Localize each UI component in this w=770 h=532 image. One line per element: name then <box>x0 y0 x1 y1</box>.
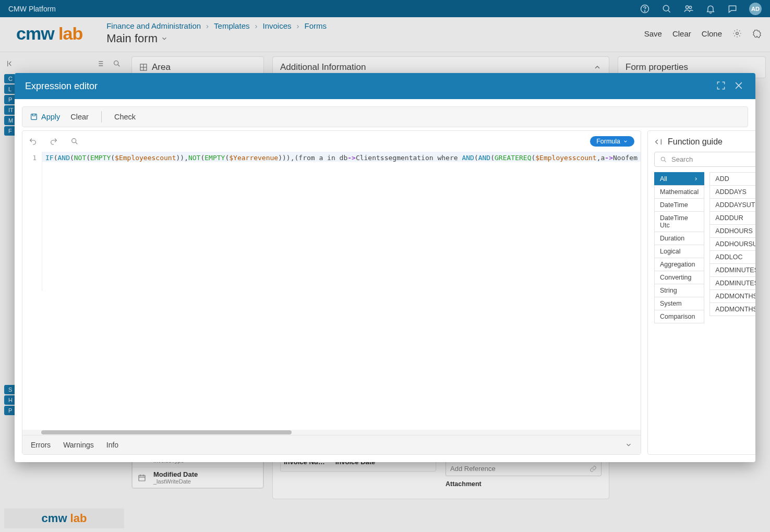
svg-point-10 <box>72 139 76 143</box>
category-list: AllMathematicalDateTimeDateTime UtcDurat… <box>654 172 704 448</box>
editor-pane: Formula 1 IF(AND(NOT(EMPTY($Employeescou… <box>22 130 641 455</box>
search-icon[interactable] <box>70 137 79 146</box>
info-tab[interactable]: Info <box>106 441 118 449</box>
function-guide-pane: Function guide Search AllMathematicalDat… <box>647 130 755 455</box>
category-item[interactable]: String <box>654 284 704 297</box>
function-list: ADDADDDAYSADDDAYSUTCADDDURADDHOURSADDHOU… <box>709 172 755 448</box>
help-icon[interactable] <box>640 4 650 14</box>
function-item[interactable]: ADDMONTHSUTC <box>709 303 755 316</box>
category-item[interactable]: System <box>654 297 704 310</box>
errors-tab[interactable]: Errors <box>31 441 51 449</box>
code-line[interactable]: IF(AND(NOT(EMPTY($Employeescount)),NOT(E… <box>42 152 641 162</box>
category-item[interactable]: DateTime Utc <box>654 211 704 232</box>
expand-icon[interactable] <box>654 138 663 146</box>
svg-point-2 <box>663 5 669 11</box>
guide-title: Function guide <box>668 137 723 147</box>
clear-button[interactable]: Clear <box>70 113 89 121</box>
chevron-down-icon[interactable] <box>625 441 632 449</box>
svg-rect-9 <box>31 114 37 120</box>
horizontal-scrollbar[interactable] <box>22 430 641 435</box>
app-name: CMW Platform <box>8 5 640 13</box>
function-item[interactable]: ADDHOURS <box>709 224 755 237</box>
function-item[interactable]: ADDMINUTES <box>709 263 755 276</box>
svg-point-3 <box>685 6 688 8</box>
function-item[interactable]: ADD <box>709 172 755 185</box>
function-item[interactable]: ADDHOURSUTC <box>709 237 755 250</box>
avatar[interactable]: AD <box>749 3 762 15</box>
function-search-input[interactable]: Search <box>654 152 755 167</box>
function-item[interactable]: ADDDAYS <box>709 185 755 198</box>
line-number: 1 <box>22 152 42 291</box>
function-item[interactable]: ADDMINUTESUTC <box>709 276 755 289</box>
apply-button[interactable]: Apply <box>30 113 60 121</box>
separator <box>101 111 102 123</box>
category-item[interactable]: Logical <box>654 245 704 258</box>
svg-point-4 <box>689 6 692 8</box>
close-icon[interactable] <box>733 80 745 92</box>
function-item[interactable]: ADDDAYSUTC <box>709 198 755 211</box>
redo-icon[interactable] <box>50 137 58 146</box>
category-item[interactable]: DateTime <box>654 198 704 211</box>
category-item[interactable]: Aggregation <box>654 258 704 271</box>
check-button[interactable]: Check <box>114 113 136 121</box>
warnings-tab[interactable]: Warnings <box>63 441 94 449</box>
code-editor[interactable]: 1 IF(AND(NOT(EMPTY($Employeescount)),NOT… <box>22 152 641 291</box>
svg-point-11 <box>661 157 665 161</box>
expression-editor-modal: Expression editor Apply Clear Check Form… <box>15 73 755 462</box>
svg-point-1 <box>644 10 645 11</box>
category-item[interactable]: Mathematical <box>654 185 704 198</box>
maximize-icon[interactable] <box>716 80 727 92</box>
function-item[interactable]: ADDMONTHS <box>709 289 755 303</box>
function-item[interactable]: ADDDUR <box>709 211 755 224</box>
chat-icon[interactable] <box>727 4 738 14</box>
search-icon[interactable] <box>661 4 672 14</box>
users-icon[interactable] <box>683 4 694 14</box>
bell-icon[interactable] <box>705 4 716 14</box>
category-item[interactable]: All <box>654 172 704 185</box>
category-item[interactable]: Converting <box>654 271 704 284</box>
modal-toolbar: Apply Clear Check <box>22 106 748 127</box>
modal-title: Expression editor <box>25 81 709 92</box>
category-item[interactable]: Comparison <box>654 310 704 323</box>
category-item[interactable]: Duration <box>654 232 704 245</box>
function-item[interactable]: ADDLOC <box>709 250 755 263</box>
topbar: CMW Platform AD <box>0 0 770 17</box>
formula-dropdown[interactable]: Formula <box>590 136 634 147</box>
undo-icon[interactable] <box>29 137 37 146</box>
